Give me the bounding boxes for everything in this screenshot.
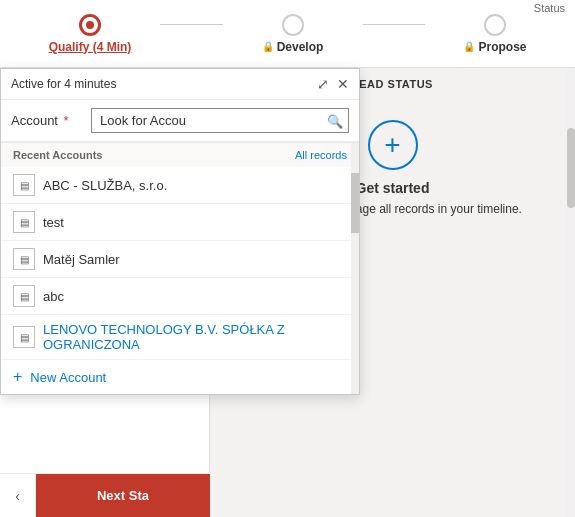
account-input-wrapper: 🔍 — [91, 108, 349, 133]
stage-bar: Status Qualify (4 Min) 🔒 Develop 🔒 Propo… — [0, 0, 575, 68]
add-timeline-button[interactable]: + — [368, 120, 418, 170]
item-text: test — [43, 215, 64, 230]
qualify-label: Qualify (4 Min) — [49, 40, 132, 54]
account-field-label: Account * — [11, 113, 91, 128]
propose-lock-icon: 🔒 — [463, 41, 475, 52]
main-content: Contact ‹ Next Sta Active for 4 minutes … — [0, 68, 575, 517]
list-item[interactable]: ▤ test — [1, 204, 359, 241]
account-item-icon: ▤ — [13, 248, 35, 270]
item-text: Matěj Samler — [43, 252, 120, 267]
account-item-icon: ▤ — [13, 211, 35, 233]
connector-2 — [363, 24, 426, 25]
account-item-icon: ▤ — [13, 326, 35, 348]
stage-propose[interactable]: 🔒 Propose — [425, 14, 565, 54]
get-started-title: Get started — [356, 180, 430, 196]
plus-icon: + — [13, 368, 22, 386]
account-form-row: Account * 🔍 — [1, 100, 359, 142]
next-stage-bar: ‹ Next Sta — [0, 473, 210, 517]
stage-qualify[interactable]: Qualify (4 Min) — [20, 14, 160, 54]
account-item-icon: ▤ — [13, 174, 35, 196]
account-item-icon: ▤ — [13, 285, 35, 307]
right-scrollbar[interactable] — [567, 68, 575, 517]
next-stage-button[interactable]: Next Sta — [36, 474, 210, 518]
develop-label: Develop — [277, 40, 324, 54]
propose-circle — [484, 14, 506, 36]
develop-lock-icon: 🔒 — [262, 41, 274, 52]
item-text: LENOVO TECHNOLOGY B.V. SPÓŁKA Z OGRANICZ… — [43, 322, 347, 352]
recent-accounts-label: Recent Accounts — [13, 149, 102, 161]
required-star: * — [64, 113, 69, 128]
popup-close-icon[interactable]: ✕ — [337, 77, 349, 91]
dropdown-scrollbar[interactable] — [351, 143, 359, 394]
connector-1 — [160, 24, 223, 25]
all-records-link[interactable]: All records — [295, 149, 347, 161]
popup-icon-group: ⤢ ✕ — [317, 77, 349, 91]
list-item[interactable]: ▤ abc — [1, 278, 359, 315]
right-scrollbar-thumb — [567, 128, 575, 208]
left-panel: Contact ‹ Next Sta Active for 4 minutes … — [0, 68, 210, 517]
list-item[interactable]: ▤ LENOVO TECHNOLOGY B.V. SPÓŁKA Z OGRANI… — [1, 315, 359, 360]
account-dropdown: Recent Accounts All records ▤ ABC - SLUŽ… — [1, 142, 359, 394]
popup-header: Active for 4 minutes ⤢ ✕ — [1, 69, 359, 100]
item-text: ABC - SLUŽBA, s.r.o. — [43, 178, 167, 193]
popup-expand-icon[interactable]: ⤢ — [317, 77, 329, 91]
propose-label: Propose — [478, 40, 526, 54]
scrollbar-thumb — [351, 173, 359, 233]
dropdown-header-row: Recent Accounts All records — [1, 143, 359, 167]
popup-active-label: Active for 4 minutes — [11, 77, 116, 91]
new-account-label: New Account — [30, 370, 106, 385]
back-arrow-button[interactable]: ‹ — [0, 474, 36, 518]
new-account-button[interactable]: + New Account — [1, 360, 359, 394]
account-search-input[interactable] — [91, 108, 349, 133]
item-text: abc — [43, 289, 64, 304]
develop-circle — [282, 14, 304, 36]
search-icon: 🔍 — [327, 113, 343, 128]
list-item[interactable]: ▤ Matěj Samler — [1, 241, 359, 278]
qualify-circle — [79, 14, 101, 36]
stage-develop[interactable]: 🔒 Develop — [223, 14, 363, 54]
popup-overlay: Active for 4 minutes ⤢ ✕ Account * 🔍 — [0, 68, 360, 395]
list-item[interactable]: ▤ ABC - SLUŽBA, s.r.o. — [1, 167, 359, 204]
plus-circle-icon: + — [384, 129, 400, 161]
status-top-label: Status — [534, 2, 565, 14]
